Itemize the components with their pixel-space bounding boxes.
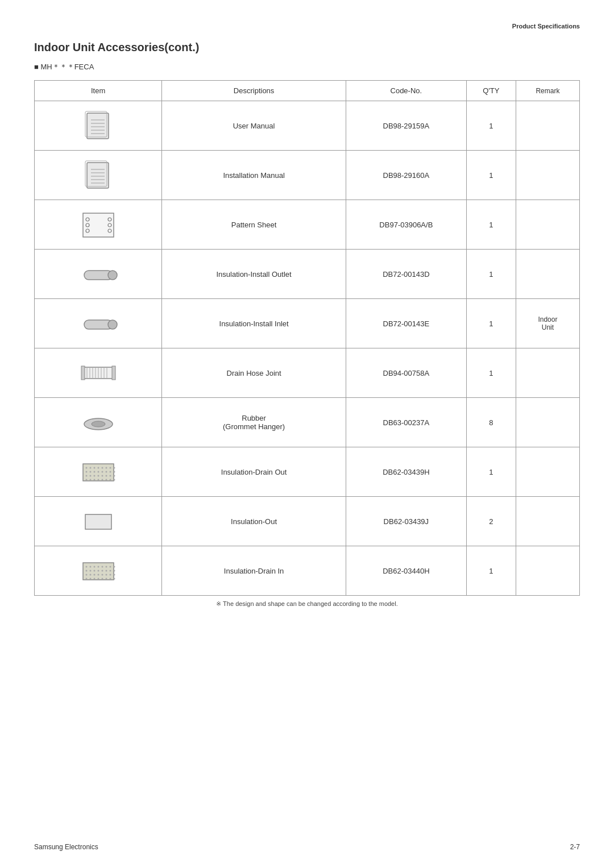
footer-page: 2-7	[570, 843, 580, 851]
code-cell: DB98-29160A	[346, 151, 466, 200]
qty-cell: 8	[466, 398, 516, 447]
svg-point-84	[97, 570, 99, 571]
svg-point-87	[109, 570, 111, 571]
svg-point-58	[97, 475, 99, 476]
svg-point-102	[105, 578, 107, 579]
table-row: Drain Hose JointDB94-00758A1	[35, 348, 580, 398]
qty-cell: 1	[466, 101, 516, 151]
insulation-drain-out-icon	[35, 447, 162, 497]
description-cell: Installation Manual	[162, 151, 346, 200]
svg-point-99	[93, 578, 95, 579]
svg-point-57	[93, 475, 95, 476]
qty-cell: 1	[466, 299, 516, 348]
description-cell: User Manual	[162, 101, 346, 151]
code-cell: DB62-03439J	[346, 497, 466, 546]
rubber-grommet-icon	[35, 398, 162, 447]
code-cell: DB63-00237A	[346, 398, 466, 447]
qty-cell: 1	[466, 546, 516, 596]
footer-bar: Samsung Electronics 2-7	[34, 843, 580, 851]
code-cell: DB72-00143D	[346, 250, 466, 299]
svg-point-74	[89, 566, 91, 567]
description-cell: Insulation-Drain In	[162, 546, 346, 596]
svg-point-42	[97, 467, 99, 468]
description-cell: Rubber (Grommet Hanger)	[162, 398, 346, 447]
remark-cell	[516, 398, 579, 447]
svg-point-63	[85, 479, 87, 480]
svg-point-76	[97, 566, 99, 567]
description-cell: Insulation-Install Outlet	[162, 250, 346, 299]
svg-point-55	[85, 475, 87, 476]
svg-rect-14	[83, 213, 114, 237]
svg-point-43	[101, 467, 103, 468]
svg-point-69	[109, 479, 111, 480]
svg-point-45	[109, 467, 111, 468]
col-header-code: Code-No.	[346, 81, 466, 101]
svg-point-90	[89, 574, 91, 575]
qty-cell: 1	[466, 348, 516, 398]
table-row: Rubber (Grommet Hanger)DB63-00237A8	[35, 398, 580, 447]
svg-point-61	[109, 475, 111, 476]
svg-point-92	[97, 574, 99, 575]
insulation-outlet-icon	[35, 250, 162, 299]
svg-point-52	[105, 471, 107, 472]
svg-point-88	[113, 570, 115, 571]
accessories-table: Item Descriptions Code-No. Q'TY Remark U…	[34, 80, 580, 596]
table-row: Insulation-Drain InDB62-03440H1	[35, 546, 580, 596]
svg-point-37	[92, 421, 105, 427]
svg-rect-34	[81, 366, 85, 380]
svg-point-78	[105, 566, 107, 567]
qty-cell: 1	[466, 447, 516, 497]
svg-point-54	[113, 471, 115, 472]
description-cell: Insulation-Drain Out	[162, 447, 346, 497]
description-cell: Insulation-Out	[162, 497, 346, 546]
svg-point-51	[101, 471, 103, 472]
svg-point-83	[93, 570, 95, 571]
remark-cell	[516, 250, 579, 299]
remark-cell	[516, 348, 579, 398]
col-header-qty: Q'TY	[466, 81, 516, 101]
qty-cell: 1	[466, 200, 516, 250]
svg-point-104	[113, 578, 115, 579]
table-row: Insulation-Install InletDB72-00143E1Indo…	[35, 299, 580, 348]
svg-point-65	[93, 479, 95, 480]
svg-point-44	[105, 467, 107, 468]
svg-point-24	[108, 320, 117, 329]
svg-point-66	[97, 479, 99, 480]
table-row: Insulation-Install OutletDB72-00143D1	[35, 250, 580, 299]
svg-point-67	[101, 479, 103, 480]
remark-cell	[516, 447, 579, 497]
svg-point-82	[89, 570, 91, 571]
insulation-inlet-icon	[35, 299, 162, 348]
table-row: Insulation-Drain OutDB62-03439H1	[35, 447, 580, 497]
svg-point-96	[113, 574, 115, 575]
svg-point-46	[113, 467, 115, 468]
svg-point-100	[97, 578, 99, 579]
svg-point-85	[101, 570, 103, 571]
svg-point-101	[101, 578, 103, 579]
qty-cell: 1	[466, 250, 516, 299]
svg-point-47	[85, 471, 87, 472]
svg-point-79	[109, 566, 111, 567]
svg-point-93	[101, 574, 103, 575]
svg-point-70	[113, 479, 115, 480]
svg-point-53	[109, 471, 111, 472]
code-cell: DB97-03906A/B	[346, 200, 466, 250]
table-row: Installation ManualDB98-29160A1	[35, 151, 580, 200]
svg-point-94	[105, 574, 107, 575]
col-header-remark: Remark	[516, 81, 579, 101]
code-cell: DB94-00758A	[346, 348, 466, 398]
svg-point-81	[85, 570, 87, 571]
product-specifications-label: Product Specifications	[34, 23, 580, 30]
col-header-item: Item	[35, 81, 162, 101]
qty-cell: 2	[466, 497, 516, 546]
remark-cell	[516, 151, 579, 200]
description-cell: Drain Hose Joint	[162, 348, 346, 398]
remark-cell	[516, 200, 579, 250]
remark-cell	[516, 101, 579, 151]
remark-cell: Indoor Unit	[516, 299, 579, 348]
pattern-sheet-icon	[35, 200, 162, 250]
svg-rect-0	[87, 113, 109, 139]
svg-point-77	[101, 566, 103, 567]
section-subtitle: ■ MH＊＊＊FECA	[34, 62, 580, 72]
table-row: Insulation-OutDB62-03439J2	[35, 497, 580, 546]
